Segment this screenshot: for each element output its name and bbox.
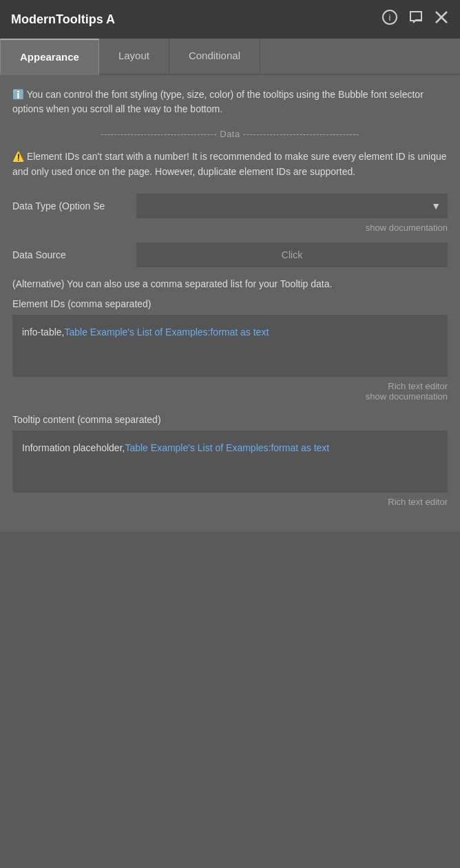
title-bar: ModernTooltips A i	[0, 0, 460, 39]
data-source-click-field[interactable]: Click	[136, 242, 448, 267]
chat-icon[interactable]	[408, 9, 424, 30]
tooltip-content-plain-text: Information placeholder,	[22, 442, 125, 453]
warning-box: ⚠️ Element IDs can't start with a number…	[12, 149, 448, 180]
tooltip-content-editor-meta: Rich text editor	[12, 497, 448, 507]
main-content: ℹ️ You can control the font styling (typ…	[0, 75, 460, 532]
tab-conditional[interactable]: Conditional	[169, 39, 260, 74]
data-type-select[interactable]	[136, 194, 448, 218]
element-ids-editor[interactable]: info-table,Table Example's List of Examp…	[12, 315, 448, 377]
data-source-label: Data Source	[12, 249, 136, 260]
data-type-label: Data Type (Option Se	[12, 200, 136, 211]
data-type-row: Data Type (Option Se ▼	[12, 194, 448, 218]
data-source-row: Data Source Click	[12, 242, 448, 267]
warning-text: Element IDs can't start with a number! I…	[12, 151, 447, 177]
info-icon[interactable]: i	[381, 9, 398, 30]
alt-note: (Alternative) You can also use a comma s…	[12, 277, 448, 291]
tab-appearance[interactable]: Appearance	[0, 39, 99, 75]
tooltip-content-rich-text-label[interactable]: Rich text editor	[12, 497, 448, 507]
element-ids-rich-text-label[interactable]: Rich text editor	[12, 381, 448, 391]
info-box-text: You can control the font styling (type, …	[12, 89, 424, 114]
data-type-select-wrapper: ▼	[136, 194, 448, 218]
tooltip-content-editor[interactable]: Information placeholder,Table Example's …	[12, 431, 448, 493]
info-box: ℹ️ You can control the font styling (typ…	[12, 87, 448, 116]
app-title: ModernTooltips A	[11, 12, 115, 27]
close-icon[interactable]	[434, 10, 449, 29]
element-ids-show-docs-link[interactable]: show documentation	[12, 391, 448, 402]
info-icon-emoji: ℹ️	[12, 89, 24, 100]
tooltip-content-label: Tooltip content (comma separated)	[12, 414, 448, 425]
warning-icon-emoji: ⚠️	[12, 151, 27, 162]
element-ids-plain-text: info-table,	[22, 327, 64, 338]
element-ids-link[interactable]: Table Example's List of Examples:format …	[64, 327, 269, 338]
element-ids-label: Element IDs (comma separated)	[12, 298, 448, 309]
element-ids-editor-meta: Rich text editor show documentation	[12, 381, 448, 402]
tab-layout[interactable]: Layout	[99, 39, 169, 74]
show-documentation-link[interactable]: show documentation	[12, 223, 448, 233]
section-divider: ----------------------------------- Data…	[12, 129, 448, 139]
tabs-bar: Appearance Layout Conditional	[0, 39, 460, 75]
tooltip-content-link[interactable]: Table Example's List of Examples:format …	[125, 442, 329, 453]
title-bar-icons: i	[381, 9, 449, 30]
svg-text:i: i	[389, 12, 391, 23]
